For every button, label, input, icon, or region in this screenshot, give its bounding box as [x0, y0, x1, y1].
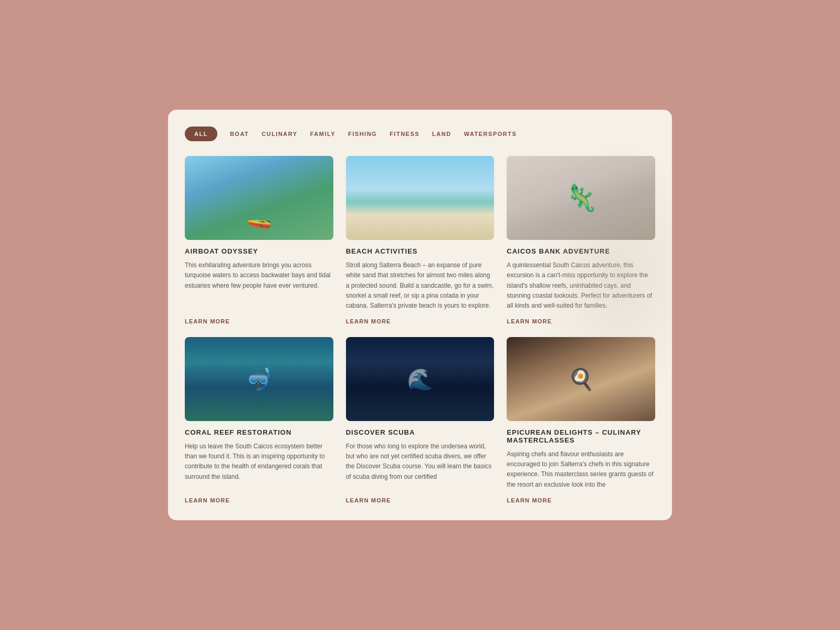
card-title-coral: CORAL REEF RESTORATION	[185, 428, 333, 436]
filter-btn-fitness[interactable]: FITNESS	[390, 131, 419, 137]
card-culinary: EPICUREAN DELIGHTS – CULINARY MASTERCLAS…	[507, 337, 655, 503]
card-image-airboat	[185, 156, 333, 240]
card-beach: BEACH ACTIVITIES Stroll along Salterra B…	[346, 156, 495, 324]
learn-more-beach[interactable]: LEARN MORE	[346, 318, 495, 324]
filter-btn-family[interactable]: FAMILY	[310, 131, 335, 137]
card-image-caicos	[507, 156, 655, 240]
filter-btn-fishing[interactable]: FISHING	[348, 131, 377, 137]
card-title-culinary: EPICUREAN DELIGHTS – CULINARY MASTERCLAS…	[507, 428, 655, 444]
card-title-caicos: CAICOS BANK ADVENTURE	[507, 247, 655, 255]
learn-more-scuba[interactable]: LEARN MORE	[346, 497, 495, 503]
card-image-beach	[346, 156, 495, 240]
card-image-coral	[185, 337, 333, 421]
card-description-beach: Stroll along Salterra Beach – an expanse…	[346, 260, 495, 311]
filter-btn-boat[interactable]: BOAT	[230, 131, 249, 137]
card-image-scuba	[346, 337, 495, 421]
card-grid: AIRBOAT ODYSSEY This exhilarating advent…	[185, 156, 655, 503]
card-title-scuba: DISCOVER SCUBA	[346, 428, 495, 436]
filter-btn-culinary[interactable]: CULINARY	[261, 131, 297, 137]
filter-nav: ALL BOAT CULINARY FAMILY FISHING FITNESS…	[185, 127, 655, 141]
card-coral: CORAL REEF RESTORATION Help us leave the…	[185, 337, 333, 503]
card-description-culinary: Aspiring chefs and flavour enthusiasts a…	[507, 449, 655, 490]
learn-more-culinary[interactable]: LEARN MORE	[507, 497, 655, 503]
card-airboat: AIRBOAT ODYSSEY This exhilarating advent…	[185, 156, 333, 324]
filter-btn-all[interactable]: ALL	[185, 127, 217, 141]
card-description-scuba: For those who long to explore the unders…	[346, 442, 495, 490]
main-container: ALL BOAT CULINARY FAMILY FISHING FITNESS…	[168, 110, 672, 520]
card-caicos: CAICOS BANK ADVENTURE A quintessential S…	[507, 156, 655, 324]
learn-more-caicos[interactable]: LEARN MORE	[507, 318, 655, 324]
learn-more-airboat[interactable]: LEARN MORE	[185, 318, 333, 324]
card-scuba: DISCOVER SCUBA For those who long to exp…	[346, 337, 495, 503]
card-description-caicos: A quintessential South Caicos adventure,…	[507, 260, 655, 311]
card-description-airboat: This exhilarating adventure brings you a…	[185, 260, 333, 311]
card-image-culinary	[507, 337, 655, 421]
card-title-beach: BEACH ACTIVITIES	[346, 247, 495, 255]
card-description-coral: Help us leave the South Caicos ecosystem…	[185, 442, 333, 490]
card-title-airboat: AIRBOAT ODYSSEY	[185, 247, 333, 255]
filter-btn-land[interactable]: LAND	[432, 131, 452, 137]
filter-btn-watersports[interactable]: WATERSPORTS	[464, 131, 517, 137]
learn-more-coral[interactable]: LEARN MORE	[185, 497, 333, 503]
